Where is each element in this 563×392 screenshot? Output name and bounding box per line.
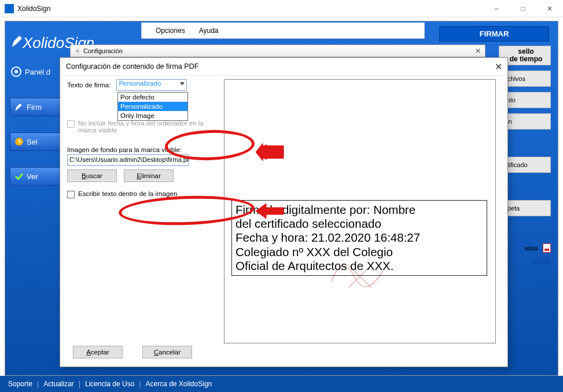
menu-bar: Opciones Ayuda — [141, 23, 425, 39]
no-fecha-label: No incluir fecha y hora del ordenador en… — [78, 120, 215, 134]
pen-icon — [14, 102, 24, 112]
imagen-fondo-label: Imagen de fondo para la marca visible: — [67, 146, 215, 153]
config-window-titlebar: Configuración ✕ — [70, 45, 485, 57]
sello-line1: sello — [518, 47, 533, 56]
footer-acerca[interactable]: Acerca de XolidoSign — [145, 380, 212, 388]
option-por-defecto[interactable]: Por defecto — [118, 93, 187, 102]
texto-firma-select[interactable]: Personalizado — [116, 79, 187, 91]
footer-bar: Soporte | Actualizar | Licencia de Uso |… — [0, 376, 563, 392]
dialog-left-form: Texto de firma: Personalizado Por defect… — [67, 79, 215, 198]
texto-firma-label: Texto de firma: — [67, 82, 111, 88]
settings-gear-icon — [74, 47, 81, 54]
sidebar-verificar-button[interactable]: Ver — [10, 167, 61, 186]
eliminar-button[interactable]: Eliminar — [124, 169, 174, 182]
footer-licencia[interactable]: Licencia de Uso — [85, 380, 134, 388]
signature-preview-pane: Firmado digitalmente por: Nombre del cer… — [224, 79, 496, 343]
menu-ayuda[interactable]: Ayuda — [199, 27, 219, 35]
sidebar-sellar-label: Sel — [27, 138, 38, 146]
sidebar-firmar-button[interactable]: Firm — [10, 98, 61, 116]
footer-actualizar[interactable]: Actualizar — [43, 380, 74, 388]
firmar-main-button[interactable]: FIRMAR — [439, 26, 549, 42]
window-maximize-button[interactable]: □ — [510, 0, 536, 17]
sig-line5: Oficial de Arquitectos de XXX. — [235, 259, 483, 273]
sig-line4: Colegiado nº XXX del Colegio — [235, 245, 483, 259]
chevron-down-icon — [180, 82, 185, 86]
panel-label: Panel d — [25, 68, 50, 76]
dialog-close-button[interactable]: ✕ — [492, 61, 504, 72]
adas-label: adas — [524, 245, 538, 252]
option-only-image[interactable]: Only Image — [118, 111, 187, 120]
app-icon — [5, 4, 14, 13]
no-fecha-checkbox[interactable] — [67, 120, 75, 128]
texto-firma-dropdown-list: Por defecto Personalizado Only Image — [117, 92, 188, 121]
clock-icon — [14, 136, 24, 147]
escribir-dentro-checkbox[interactable] — [67, 191, 75, 198]
check-icon — [14, 171, 24, 182]
imagen-path-input[interactable]: C:\Users\Usuario.admin2\Desktop\firma.pn — [67, 154, 189, 166]
sig-line2: del certificado seleccionado — [235, 217, 483, 231]
buscar-button[interactable]: Buscar — [67, 169, 117, 182]
sello-line2: de tiempo — [510, 55, 543, 63]
visible-link[interactable]: visible — [533, 257, 551, 264]
window-minimize-button[interactable]: – — [483, 0, 510, 17]
sidebar-sellar-button[interactable]: Sel — [10, 132, 61, 151]
gear-icon — [11, 66, 21, 77]
texto-firma-selected-value: Personalizado — [117, 80, 161, 87]
dialog-title: Configuración de contenido de firma PDF — [66, 62, 198, 71]
sig-line3: Fecha y hora: 21.02.2020 16:48:27 — [235, 231, 483, 245]
window-close-button[interactable]: ✕ — [536, 0, 563, 17]
menu-opciones[interactable]: Opciones — [156, 27, 185, 35]
app-titlebar: XolidoSign – □ ✕ — [0, 0, 563, 17]
config-window-title: Configuración — [83, 47, 123, 54]
footer-soporte[interactable]: Soporte — [8, 380, 32, 388]
config-window-close-button[interactable]: ✕ — [473, 46, 483, 56]
escribir-dentro-label: Escribir texto dentro de la imagen — [78, 190, 177, 197]
svg-point-1 — [76, 50, 79, 52]
pdf-signature-config-dialog: Configuración de contenido de firma PDF … — [60, 57, 508, 367]
pdf-icon — [543, 243, 551, 253]
signature-text-box: Firmado digitalmente por: Nombre del cer… — [231, 200, 487, 276]
app-title: XolidoSign — [17, 5, 483, 13]
cancelar-button[interactable]: Cancelar — [142, 346, 192, 358]
sidebar-verificar-label: Ver — [27, 172, 38, 181]
sig-line1: Firmado digitalmente por: Nombre — [235, 203, 483, 217]
dialog-title-bar: Configuración de contenido de firma PDF … — [60, 58, 507, 76]
aceptar-button[interactable]: Aceptar — [73, 346, 123, 358]
option-personalizado[interactable]: Personalizado — [118, 102, 187, 111]
sidebar-firmar-label: Firm — [27, 103, 42, 112]
panel-control-label: Panel d — [11, 66, 50, 77]
